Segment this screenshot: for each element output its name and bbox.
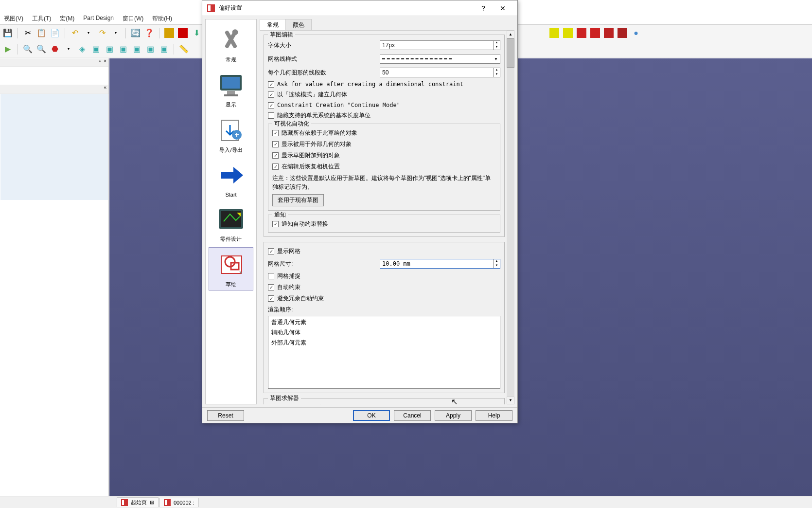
3d-box-r4-icon[interactable] [617, 27, 628, 39]
vertical-scrollbar[interactable]: ▲ ▼ [507, 31, 514, 404]
chk-restore-camera[interactable]: ✓ [272, 163, 279, 170]
doc-tab-start[interactable]: 起始页 ⊠ [117, 497, 159, 507]
whats-this-icon[interactable]: ❓ [143, 27, 155, 39]
draw-style-icon[interactable]: ⬣ [49, 43, 61, 55]
close-icon[interactable]: ✕ [493, 1, 512, 16]
3d-sphere-icon[interactable]: ● [630, 27, 642, 39]
right-icon[interactable]: ▣ [117, 43, 129, 55]
chk-hide-dependent[interactable]: ✓ [272, 130, 279, 136]
panel-float-icon[interactable]: ▫ [99, 58, 101, 67]
chk-ask-value[interactable]: ✓ [268, 81, 274, 88]
panel-close-icon[interactable]: × [104, 58, 106, 67]
scroll-up-icon[interactable]: ▲ [507, 31, 514, 38]
3d-box-1-icon[interactable] [548, 27, 560, 39]
top-icon[interactable]: ▣ [104, 43, 115, 55]
spin-up-icon[interactable]: ▲ [493, 259, 500, 264]
input-segments[interactable]: 50▲▼ [380, 68, 500, 77]
preferences-dialog: 偏好设置 ? ✕ 常规 显示 导入/导出 [202, 0, 518, 423]
chk-continue-constraint[interactable]: ✓ [268, 102, 274, 109]
input-font-size[interactable]: 17px▲▼ [380, 40, 500, 50]
chk-hide-base-length[interactable] [268, 112, 274, 119]
scroll-track[interactable] [507, 38, 514, 397]
bottom-icon[interactable]: ▣ [144, 43, 156, 55]
3d-box-r3-icon[interactable] [603, 27, 615, 39]
play-icon[interactable]: ▶ [2, 43, 14, 55]
undo-icon[interactable]: ↶ [69, 27, 81, 39]
list-item[interactable]: 辅助几何体 [269, 327, 499, 338]
iso-icon[interactable]: ◈ [76, 43, 88, 55]
chk-show-attached[interactable]: ✓ [272, 152, 279, 159]
cancel-button[interactable]: Cancel [394, 410, 431, 421]
spin-down-icon[interactable]: ▼ [493, 264, 500, 268]
chk-auto-constraint[interactable]: ✓ [268, 284, 274, 290]
menu-part-design[interactable]: Part Design [83, 15, 114, 24]
3d-box-r1-icon[interactable] [576, 27, 587, 39]
combo-grid-style[interactable] [380, 54, 500, 64]
group-title-sketch-edit: 草图编辑 [268, 31, 295, 39]
tab-color[interactable]: 颜色 [285, 19, 312, 30]
zoom-fit-icon[interactable]: 🔍 [22, 43, 34, 55]
save-icon[interactable]: 💾 [2, 27, 14, 39]
draw-arrow-icon[interactable]: ▾ [63, 43, 74, 55]
apply-button[interactable]: Apply [435, 410, 472, 421]
input-grid-size[interactable]: 10.00 mm▲▼ [380, 259, 500, 269]
sidebar-item-general[interactable]: 常规 [209, 22, 253, 66]
menu-view[interactable]: 视图(V) [4, 15, 23, 24]
menu-window[interactable]: 窗口(W) [123, 15, 143, 24]
list-item[interactable]: 外部几何元素 [269, 338, 499, 348]
ok-button[interactable]: OK [353, 410, 390, 421]
list-item[interactable]: 普通几何元素 [269, 317, 499, 327]
menu-macro[interactable]: 宏(M) [60, 15, 74, 24]
spin-up-icon[interactable]: ▲ [493, 41, 500, 45]
apply-to-sketches-button[interactable]: 套用于现有草图 [272, 194, 324, 206]
settings-scroll-area[interactable]: 草图编辑 字体大小 17px▲▼ 网格线样式 每个几何图形的线段数 50▲▼ [260, 31, 514, 404]
chk-show-grid[interactable]: ✓ [268, 248, 274, 254]
redo-icon[interactable]: ↷ [96, 27, 108, 39]
3d-box-r2-icon[interactable] [589, 27, 601, 39]
zoom-sel-icon[interactable]: 🔍 [35, 43, 47, 55]
help-button[interactable]: Help [476, 410, 512, 421]
chk-notify-auto-constraint[interactable]: ✓ [272, 221, 279, 227]
spin-down-icon[interactable]: ▼ [493, 73, 500, 77]
doc-tab-000002[interactable]: 000002 : [159, 498, 199, 507]
reset-button[interactable]: Reset [207, 410, 244, 421]
refresh-icon[interactable]: 🔄 [130, 27, 141, 39]
sidebar-item-display[interactable]: 显示 [209, 68, 253, 111]
tab-general[interactable]: 常规 [260, 19, 286, 30]
redo-arrow-icon[interactable]: ▾ [110, 27, 122, 39]
chk-avoid-redundant[interactable]: ✓ [268, 295, 274, 302]
panel-collapse-icon[interactable]: « [104, 85, 106, 93]
chk-grid-snap[interactable] [268, 273, 274, 279]
chk-continue-geo[interactable]: ✓ [268, 91, 274, 98]
undo-arrow-icon[interactable]: ▾ [83, 27, 94, 39]
cut-icon[interactable]: ✂ [22, 27, 34, 39]
listbox-render-order[interactable]: 普通几何元素 辅助几何体 外部几何元素 [268, 316, 500, 389]
sidebar-item-sketcher[interactable]: 草绘 [209, 247, 253, 290]
sidebar-item-part-design[interactable]: 零件设计 [209, 202, 253, 245]
rear-icon[interactable]: ▣ [131, 43, 142, 55]
close-tab-icon[interactable]: ⊠ [150, 499, 154, 506]
sidebar-item-import-export[interactable]: 导入/导出 [209, 113, 253, 156]
sidebar-item-start[interactable]: Start [209, 158, 253, 200]
spin-down-icon[interactable]: ▼ [493, 45, 500, 50]
download-icon[interactable]: ⬇ [191, 27, 202, 39]
titlebar: 偏好设置 ? ✕ [202, 0, 517, 16]
spin-up-icon[interactable]: ▲ [493, 68, 500, 73]
help-button-icon[interactable]: ? [474, 1, 493, 16]
sidebar-label-part-design: 零件设计 [220, 236, 242, 243]
menu-tools[interactable]: 工具(T) [32, 15, 51, 24]
chk-show-external[interactable]: ✓ [272, 141, 279, 147]
svg-rect-10 [222, 77, 240, 89]
3d-box-2-icon[interactable] [562, 27, 574, 39]
box-red-icon[interactable] [177, 27, 189, 39]
left-icon[interactable]: ▣ [158, 43, 170, 55]
scroll-down-icon[interactable]: ▼ [507, 397, 514, 404]
front-icon[interactable]: ▣ [90, 43, 102, 55]
label-show-grid: 显示网格 [277, 247, 300, 255]
paste-icon[interactable]: 📄 [49, 27, 61, 39]
scroll-thumb[interactable] [507, 38, 514, 68]
box-gold-icon[interactable] [163, 27, 175, 39]
menu-help[interactable]: 帮助(H) [152, 15, 172, 24]
measure-icon[interactable]: 📏 [178, 43, 190, 55]
copy-icon[interactable]: 📋 [35, 27, 47, 39]
